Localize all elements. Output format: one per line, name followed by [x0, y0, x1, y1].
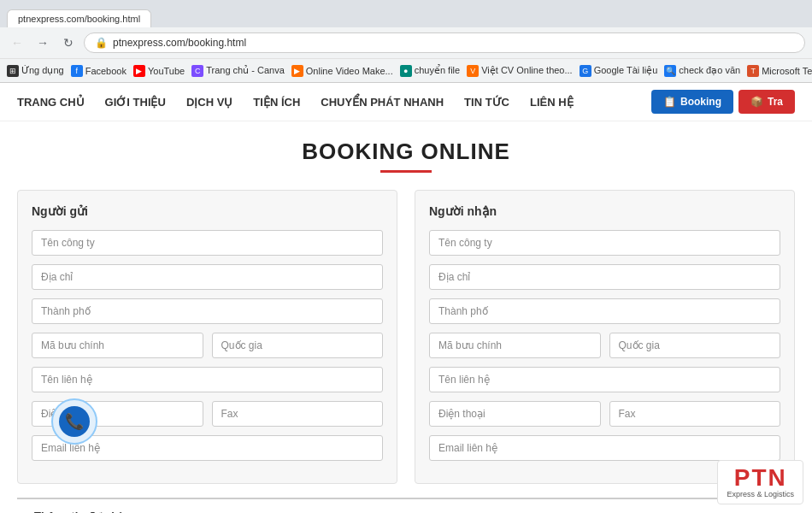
bookmark-icon: ▶ [291, 65, 303, 77]
bookmark-label: check đạo văn [679, 65, 740, 76]
receiver-country-group [609, 333, 781, 358]
bookmark-icon: ⊞ [7, 65, 19, 77]
receiver-contact-group [429, 367, 780, 392]
form-grid: Người gửi [17, 190, 795, 484]
bookmark-label: Google Tài liệu [594, 65, 658, 76]
bookmark-label: Online Video Make... [306, 66, 393, 76]
bookmarks-bar: ⊞Ứng dụngfFacebook▶YouTubeCTrang chủ - C… [0, 58, 812, 82]
back-button[interactable]: ← [7, 32, 27, 53]
nav-item[interactable]: GIỚI THIỆU [105, 96, 166, 109]
reload-button[interactable]: ↻ [58, 32, 79, 53]
receiver-address-group [429, 264, 780, 290]
bookmark-icon: f [71, 65, 83, 77]
bookmark-item[interactable]: fFacebook [71, 65, 127, 77]
receiver-section: Người nhận [415, 190, 795, 484]
sender-fax-group [212, 401, 384, 427]
sender-title: Người gửi [32, 204, 383, 218]
site-header: TRANG CHỦGIỚI THIỆUDỊCH VỤTIỆN ÍCHCHUYỂN… [0, 83, 812, 121]
sender-country-group [212, 333, 384, 358]
receiver-company-group [429, 230, 780, 256]
bookmark-label: YouTube [148, 66, 185, 76]
bookmark-item[interactable]: TMicrosoft Teams [747, 65, 812, 77]
bookmark-item[interactable]: 🔍check đạo văn [664, 65, 740, 77]
bookmark-label: Trang chủ - Canva [206, 65, 285, 76]
nav-item[interactable]: DỊCH VỤ [186, 96, 232, 109]
bookmark-item[interactable]: VViệt CV Online theo... [467, 65, 572, 77]
bookmark-item[interactable]: ●chuyển file [400, 65, 460, 77]
tracking-label: Tra [768, 96, 783, 108]
nav-item[interactable]: TIN TỨC [464, 96, 509, 109]
bookmark-icon: ● [400, 65, 412, 77]
lock-icon: 🔒 [95, 37, 108, 49]
bookmark-item[interactable]: ▶YouTube [133, 65, 185, 77]
receiver-company-input[interactable] [429, 230, 780, 256]
receiver-fax-input[interactable] [609, 401, 781, 427]
receiver-phone-row [429, 401, 780, 427]
sender-contact-group [32, 367, 383, 392]
sender-city-input[interactable] [32, 298, 383, 324]
receiver-email-group [429, 435, 780, 461]
sender-address-input[interactable] [32, 264, 383, 290]
address-bar[interactable]: 🔒 ptnexpress.com/booking.html [84, 32, 805, 53]
bookmark-item[interactable]: ▶Online Video Make... [291, 65, 393, 77]
ptn-name: PTN [727, 466, 794, 490]
bookmark-label: Ứng dụng [21, 65, 64, 76]
browser-tab[interactable]: ptnexpress.com/booking.html [7, 9, 151, 27]
bookmark-label: Việt CV Online theo... [481, 65, 572, 76]
page-title: BOOKING ONLINE [17, 139, 795, 165]
page-content: BOOKING ONLINE Người gửi [0, 121, 812, 513]
bookmark-label: Microsoft Teams [762, 66, 812, 76]
sender-country-input[interactable] [212, 333, 384, 358]
nav-item[interactable]: TIỆN ÍCH [253, 96, 300, 109]
sender-city-group [32, 298, 383, 324]
tracking-button[interactable]: 📦 Tra [738, 90, 795, 114]
bookmark-icon: C [191, 65, 203, 77]
receiver-fax-group [609, 401, 781, 427]
receiver-postal-input[interactable] [429, 333, 601, 358]
nav-item[interactable]: CHUYỂN PHÁT NHANH [321, 96, 444, 109]
bookmark-item[interactable]: CTrang chủ - Canva [191, 65, 285, 77]
sender-fax-input[interactable] [212, 401, 384, 427]
bookmark-icon: ▶ [133, 65, 145, 77]
phone-icon: 📞 [59, 406, 90, 437]
forward-button[interactable]: → [32, 32, 53, 53]
booking-label: Booking [680, 96, 721, 108]
receiver-email-input[interactable] [429, 435, 780, 461]
bookmark-icon: T [747, 65, 759, 77]
booking-icon: 📋 [663, 96, 676, 108]
bookmark-icon: 🔍 [664, 65, 676, 77]
sender-company-input[interactable] [32, 230, 383, 256]
sender-postal-input[interactable] [32, 333, 203, 358]
bookmark-item[interactable]: GGoogle Tài liệu [580, 65, 658, 77]
receiver-city-group [429, 298, 780, 324]
receiver-title: Người nhận [429, 204, 780, 218]
bookmark-label: Facebook [85, 66, 127, 76]
header-buttons: 📋 Booking 📦 Tra [651, 90, 795, 114]
receiver-postal-group [429, 333, 601, 358]
nav-item[interactable]: TRANG CHỦ [17, 96, 85, 109]
bookmark-icon: G [580, 65, 591, 77]
sender-postal-group [32, 333, 203, 358]
receiver-phone-input[interactable] [429, 401, 601, 427]
phone-float-button[interactable]: 📞 [51, 398, 97, 445]
booking-button[interactable]: 📋 Booking [651, 90, 733, 114]
sender-contact-input[interactable] [32, 367, 383, 392]
nav-item[interactable]: LIÊN HỆ [530, 96, 574, 109]
sender-company-group [32, 230, 383, 256]
receiver-contact-input[interactable] [429, 367, 780, 392]
bottom-section: Thông tin đơn hàng [17, 498, 795, 513]
sender-address-group [32, 264, 383, 290]
receiver-address-input[interactable] [429, 264, 780, 290]
receiver-postal-row [429, 333, 780, 358]
tracking-icon: 📦 [750, 96, 763, 108]
title-underline [380, 170, 432, 173]
ptn-logo: PTN Express & Logistics [717, 460, 803, 504]
sender-postal-row [32, 333, 383, 358]
site-nav: TRANG CHỦGIỚI THIỆUDỊCH VỤTIỆN ÍCHCHUYỂN… [17, 96, 574, 109]
tab-title: ptnexpress.com/booking.html [18, 14, 140, 24]
address-text: ptnexpress.com/booking.html [113, 37, 246, 49]
receiver-city-input[interactable] [429, 298, 780, 324]
receiver-country-input[interactable] [609, 333, 781, 358]
receiver-phone-group [429, 401, 601, 427]
bookmark-item[interactable]: ⊞Ứng dụng [7, 65, 64, 77]
